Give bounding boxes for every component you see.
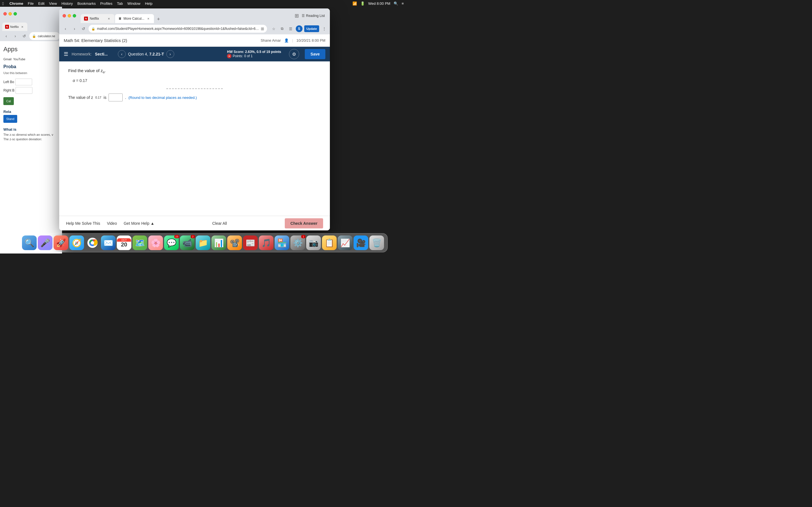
dock-appstore[interactable]: 🏪 [274, 235, 289, 250]
save-button[interactable]: Save [305, 49, 325, 59]
apple-menu[interactable]:  [2, 1, 4, 6]
dock-facetime[interactable]: 📹 2 [180, 235, 195, 250]
bg-reload-btn[interactable]: ↺ [20, 32, 28, 40]
points-value: 0 of 1 [244, 54, 253, 58]
hamburger-menu[interactable]: ☰ [64, 51, 68, 57]
update-button[interactable]: Update [304, 25, 319, 32]
prev-question-btn[interactable]: ‹ [118, 50, 126, 58]
search-icon[interactable]: 🔍 [394, 1, 398, 6]
bg-toolbar: ‹ › ↺ 🔒 calculator.ne [0, 31, 62, 41]
answer-input-field[interactable] [109, 94, 123, 101]
reload-button[interactable]: ↺ [80, 25, 87, 33]
bg-minimize-btn[interactable] [8, 12, 12, 15]
help-me-solve-btn[interactable]: Help Me Solve This [66, 221, 100, 226]
apps-label: Apps [3, 46, 59, 53]
dock-chrome[interactable] [85, 235, 100, 250]
dock-numbers[interactable]: 📊 [211, 235, 226, 250]
dock-siri[interactable]: 🎤 [38, 235, 52, 250]
profile-button[interactable]: S [296, 25, 303, 32]
user-info: Shane Amar 👤 | 10/20/21 8:00 PM [260, 38, 325, 43]
dock-photos[interactable]: 🌸 [148, 235, 163, 250]
back-button[interactable]: ‹ [61, 25, 69, 33]
dock-sysperfs[interactable]: ⚙️ 1 [290, 235, 305, 250]
calc-tab-favicon: 🖩 [118, 17, 122, 20]
tab-calculator[interactable]: 🖩 More Calcul... ✕ [115, 14, 154, 23]
check-answer-btn[interactable]: Check Answer [285, 218, 323, 228]
close-button[interactable] [63, 14, 66, 17]
menu-file[interactable]: File [28, 1, 34, 6]
menu-window[interactable]: Window [128, 1, 140, 6]
dock-trash[interactable]: 🗑️ [369, 235, 384, 250]
calc-calculate-btn[interactable]: Cal [3, 97, 14, 105]
new-tab-button[interactable]: + [154, 15, 162, 23]
menu-bookmarks[interactable]: Bookmarks [77, 1, 96, 6]
next-question-btn[interactable]: › [166, 50, 174, 58]
bg-close-btn[interactable] [3, 12, 7, 15]
dock-photolibrary[interactable]: 📷 [306, 235, 321, 250]
actmon-icon: 📈 [340, 238, 350, 247]
dock-mail[interactable]: ✉️ [101, 235, 116, 250]
dock-maps[interactable]: 🗺️ [133, 235, 147, 250]
gmail-label: Gmail [3, 57, 11, 61]
settings-button[interactable]: ⚙ [289, 49, 299, 59]
dock-music[interactable]: 🎵 [259, 235, 273, 250]
address-actions-icon[interactable]: ⊞ [261, 26, 264, 31]
extension-puzzle-btn[interactable]: ⧉ [279, 25, 286, 32]
clear-all-btn[interactable]: Clear All [212, 221, 227, 226]
menu-tab[interactable]: Tab [117, 1, 123, 6]
more-options-button[interactable]: ⋮ [321, 25, 327, 32]
what-is-heading: What is [3, 127, 59, 131]
menu-view[interactable]: View [49, 1, 57, 6]
sysperfs-badge: 1 [301, 235, 306, 238]
dock-launchpad[interactable]: 🚀 [54, 235, 68, 250]
tab-netflix[interactable]: N Netflix ✕ [81, 14, 114, 23]
dock-zoom[interactable]: 🎥 [354, 235, 368, 250]
dock-messages[interactable]: 💬 23 [164, 235, 179, 250]
video-btn[interactable]: Video [107, 221, 117, 226]
standard-btn[interactable]: Stand [3, 115, 17, 123]
dock-stickies[interactable]: 📋 [322, 235, 337, 250]
forward-button[interactable]: › [70, 25, 79, 33]
more-help-btn[interactable]: Get More Help ▲ [124, 221, 154, 226]
app-name[interactable]: Chrome [9, 1, 23, 6]
dock-safari[interactable]: 🧭 [69, 235, 84, 250]
menu-history[interactable]: History [61, 1, 73, 6]
dock-keynote[interactable]: 📽️ [227, 235, 242, 250]
reading-list-icon: ☰ [302, 14, 305, 18]
tab-netflix-label: Netflix [90, 17, 99, 20]
fullscreen-button[interactable] [73, 14, 76, 17]
menu-edit[interactable]: Edit [38, 1, 45, 6]
sidebar-btn[interactable]: ☰ [287, 25, 294, 32]
url-display: mathxl.com/Student/PlayerHomework.aspx?h… [97, 27, 259, 31]
netflix-tab-close[interactable]: ✕ [20, 24, 24, 29]
bg-netflix-tab[interactable]: N Netflix ✕ [2, 22, 28, 31]
minimize-button[interactable] [68, 14, 71, 17]
messages-badge: 23 [174, 235, 179, 238]
menu-help[interactable]: Help [145, 1, 153, 6]
bg-address-bar[interactable]: 🔒 calculator.ne [29, 32, 60, 40]
tab-netflix-close[interactable]: ✕ [107, 16, 111, 21]
bg-fullscreen-btn[interactable] [13, 12, 17, 15]
bookmark-btn[interactable]: ☆ [270, 25, 277, 32]
bg-back-btn[interactable]: ‹ [2, 32, 10, 40]
dock-finder[interactable]: 🔍 [22, 235, 37, 250]
reading-list-btn[interactable]: ☰ Reading List [300, 12, 326, 19]
dock-calendar[interactable]: OCT 20 [117, 235, 132, 250]
dock-news[interactable]: 📰 [243, 235, 258, 250]
bg-lock-icon: 🔒 [32, 34, 36, 38]
question-area: Find the value of zα. α = 0.17 The value… [59, 61, 330, 108]
dock-files[interactable]: 📁 [196, 235, 210, 250]
bg-forward-btn[interactable]: › [11, 32, 19, 40]
control-center-icon[interactable]: ≡ [402, 1, 404, 6]
tab-calc-close[interactable]: ✕ [146, 16, 151, 21]
address-bar[interactable]: 🔒 mathxl.com/Student/PlayerHomework.aspx… [89, 25, 267, 33]
menu-profiles[interactable]: Profiles [100, 1, 112, 6]
extensions-icon[interactable]: ⊞ [295, 13, 299, 19]
facetime-icon: 📹 [183, 238, 192, 247]
safari-icon: 🧭 [72, 238, 82, 247]
right-bound-input[interactable] [15, 87, 33, 94]
dock-activitymonitor[interactable]: 📈 [338, 235, 352, 250]
right-bound-label: Right B [3, 89, 14, 93]
homework-label: Homework: [71, 52, 92, 56]
left-bound-input[interactable] [15, 78, 32, 86]
